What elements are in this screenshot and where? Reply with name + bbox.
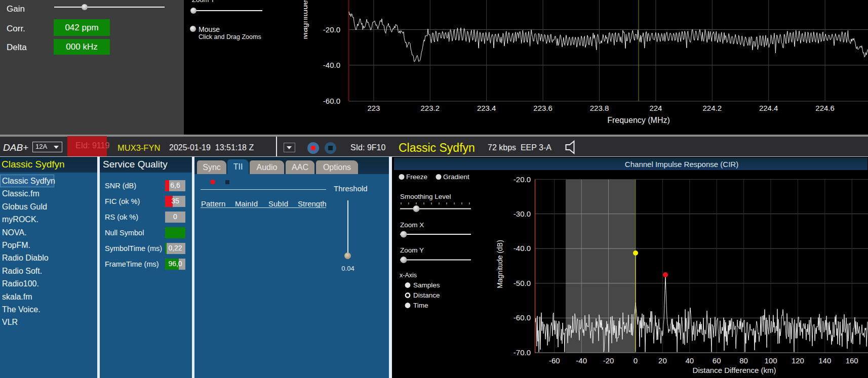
svg-text:-40.0: -40.0 bbox=[514, 244, 531, 253]
svg-text:160: 160 bbox=[846, 356, 858, 365]
svg-text:Magnitude (dB): Magnitude (dB) bbox=[304, 0, 309, 39]
svg-text:-60: -60 bbox=[549, 356, 560, 365]
svg-text:-20: -20 bbox=[603, 356, 614, 365]
svg-text:224.2: 224.2 bbox=[703, 104, 722, 112]
svg-text:Gradient: Gradient bbox=[443, 173, 469, 181]
svg-text:223.8: 223.8 bbox=[590, 104, 609, 112]
svg-text:0: 0 bbox=[634, 356, 638, 365]
svg-text:223.2: 223.2 bbox=[421, 104, 440, 112]
svg-text:Freeze: Freeze bbox=[406, 173, 427, 181]
svg-text:-30.0: -30.0 bbox=[514, 209, 531, 218]
svg-text:Channel Impulse Response (CIR): Channel Impulse Response (CIR) bbox=[625, 160, 738, 169]
svg-text:100: 100 bbox=[764, 356, 777, 365]
svg-text:-20.0: -20.0 bbox=[514, 175, 531, 184]
svg-text:223.6: 223.6 bbox=[533, 104, 553, 112]
svg-text:-50.0: -50.0 bbox=[514, 279, 531, 287]
svg-text:Time: Time bbox=[413, 302, 428, 309]
svg-text:Magnitude (dB): Magnitude (dB) bbox=[496, 240, 504, 288]
svg-text:-40.0: -40.0 bbox=[323, 61, 340, 69]
svg-text:-40: -40 bbox=[576, 356, 587, 365]
svg-text:60: 60 bbox=[713, 356, 721, 365]
svg-text:Frequency (MHz): Frequency (MHz) bbox=[607, 116, 670, 124]
svg-text:-20.0: -20.0 bbox=[323, 25, 340, 34]
svg-text:Distance Difference (km): Distance Difference (km) bbox=[693, 366, 776, 374]
svg-text:120: 120 bbox=[792, 356, 804, 365]
svg-text:Samples: Samples bbox=[413, 281, 440, 289]
svg-text:-70.0: -70.0 bbox=[514, 348, 531, 357]
svg-text:224.6: 224.6 bbox=[815, 104, 835, 112]
svg-text:224: 224 bbox=[649, 104, 662, 112]
svg-text:Distance: Distance bbox=[413, 291, 440, 299]
svg-text:x-Axis: x-Axis bbox=[400, 272, 417, 279]
svg-text:80: 80 bbox=[739, 356, 748, 365]
svg-text:-60.0: -60.0 bbox=[323, 97, 340, 105]
svg-text:40: 40 bbox=[685, 356, 694, 365]
svg-text:Zoom Y: Zoom Y bbox=[400, 246, 424, 254]
svg-text:223.4: 223.4 bbox=[477, 104, 496, 112]
svg-text:Zoom X: Zoom X bbox=[400, 221, 424, 229]
svg-text:Smoothing Level: Smoothing Level bbox=[400, 193, 451, 200]
svg-text:-60.0: -60.0 bbox=[514, 313, 531, 322]
svg-text:224.4: 224.4 bbox=[759, 104, 778, 112]
svg-text:20: 20 bbox=[658, 356, 667, 365]
svg-text:140: 140 bbox=[818, 356, 831, 365]
svg-text:223: 223 bbox=[367, 104, 380, 112]
